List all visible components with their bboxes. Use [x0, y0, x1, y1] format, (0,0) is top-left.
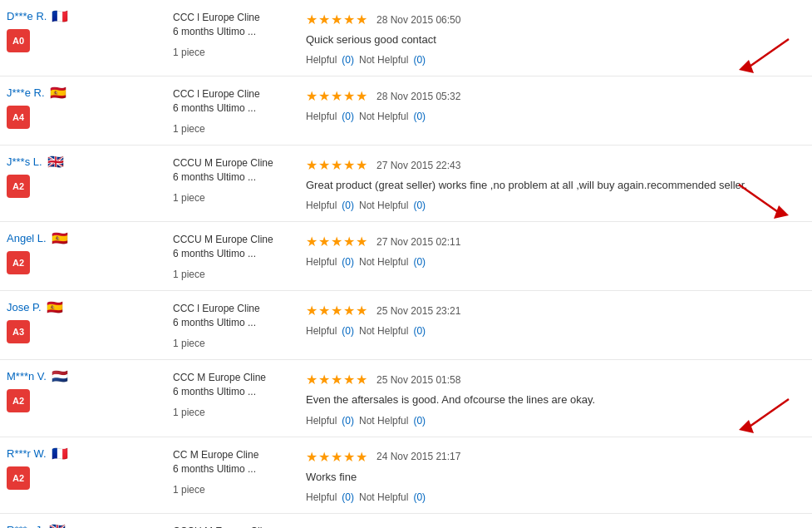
review-content: ★★★★★ 27 Nov 2015 22:43 Great product (g… [306, 155, 805, 211]
helpful-row: Helpful (0) Not Helpful (0) [306, 491, 805, 503]
helpful-row: Helpful (0) Not Helpful (0) [306, 200, 805, 211]
flag-icon: 🇪🇸 [52, 233, 68, 244]
reviewer-info: Jose P. 🇪🇸 A3 [7, 301, 173, 349]
review-content: ★★★★★ 25 Nov 2015 23:21 Helpful (0) Not … [306, 301, 805, 349]
reviewer-info: Angel L. 🇪🇸 A2 [7, 232, 173, 280]
avatar-badge: A0 [7, 29, 30, 52]
stars-date-row: ★★★★★ 25 Nov 2015 01:58 [306, 372, 805, 387]
reviewer-name-row: Jose P. 🇪🇸 [7, 301, 173, 313]
not-helpful-label: Not Helpful [359, 415, 408, 427]
reviewer-name-row: J***e R. 🇪🇸 [7, 86, 173, 99]
star-rating: ★★★★★ [306, 12, 368, 27]
review-row: R***y J. 🇬🇧 A0 CCCU M Europe Cline 6 mon… [0, 514, 812, 528]
stars-date-row: ★★★★★ 25 Nov 2015 23:21 [306, 303, 805, 318]
stars-date-row: ★★★★★ 27 Nov 2015 02:11 [306, 234, 805, 249]
helpful-label: Helpful [306, 54, 337, 66]
helpful-count[interactable]: (0) [342, 54, 354, 66]
stars-date-row: ★★★★★ 27 Nov 2015 22:43 [306, 157, 805, 173]
avatar-badge: A2 [7, 466, 30, 490]
flag-icon: 🇫🇷 [52, 11, 68, 22]
helpful-label: Helpful [306, 325, 337, 337]
helpful-count[interactable]: (0) [342, 325, 354, 337]
not-helpful-label: Not Helpful [359, 111, 408, 122]
helpful-count[interactable]: (0) [342, 200, 354, 211]
review-text: Works fine [306, 470, 805, 485]
product-info: CCC l Europe Cline 6 months Ultimo ... 1… [173, 10, 306, 66]
not-helpful-count[interactable]: (0) [413, 200, 426, 211]
reviewer-name-row: R***y J. 🇬🇧 [7, 524, 173, 528]
review-row: Angel L. 🇪🇸 A2 CCCU M Europe Cline 6 mon… [0, 222, 812, 291]
star-rating: ★★★★★ [306, 88, 368, 104]
product-name: CCC M Europe Cline [173, 372, 306, 383]
star-rating: ★★★★★ [306, 234, 368, 249]
not-helpful-count[interactable]: (0) [413, 256, 426, 268]
product-name: CCC l Europe Cline [173, 88, 306, 100]
helpful-row: Helpful (0) Not Helpful (0) [306, 325, 805, 337]
flag-icon: 🇳🇱 [52, 371, 68, 382]
reviewer-name: J***e R. [7, 86, 45, 99]
avatar-badge: A2 [7, 389, 30, 412]
helpful-label: Helpful [306, 256, 337, 268]
not-helpful-count[interactable]: (0) [413, 415, 426, 427]
review-row: R***r W. 🇫🇷 A2 CC M Europe Cline 6 month… [0, 437, 812, 514]
helpful-count[interactable]: (0) [342, 111, 354, 122]
star-rating: ★★★★★ [306, 157, 368, 173]
review-content: ★★★★★ 28 Nov 2015 05:32 Helpful (0) Not … [306, 86, 805, 135]
not-helpful-count[interactable]: (0) [413, 325, 426, 337]
quantity: 1 piece [173, 192, 306, 204]
review-content: ★★★★★ 27 Nov 2015 02:11 Helpful (0) Not … [306, 232, 805, 280]
review-text: Even the aftersales is good. And ofcours… [306, 392, 805, 407]
review-date: 25 Nov 2015 23:21 [376, 305, 460, 317]
product-line2: 6 months Ultimo ... [173, 248, 306, 259]
helpful-row: Helpful (0) Not Helpful (0) [306, 415, 805, 427]
star-rating: ★★★★★ [306, 372, 368, 387]
product-line2: 6 months Ultimo ... [173, 171, 306, 183]
not-helpful-count[interactable]: (0) [413, 111, 426, 122]
helpful-count[interactable]: (0) [342, 256, 354, 268]
reviewer-name: R***r W. [7, 447, 47, 460]
product-info: CCCU M Europe Cline 6 months Ultimo ... … [173, 155, 306, 211]
avatar-badge: A3 [7, 320, 30, 343]
helpful-count[interactable]: (0) [342, 491, 354, 503]
reviewer-info: J***e R. 🇪🇸 A4 [7, 86, 173, 135]
reviewer-info: D***e R. 🇫🇷 A0 [7, 10, 173, 66]
review-date: 27 Nov 2015 02:11 [376, 236, 460, 248]
helpful-count[interactable]: (0) [342, 415, 354, 427]
not-helpful-count[interactable]: (0) [413, 491, 426, 503]
not-helpful-count[interactable]: (0) [413, 54, 426, 66]
reviewer-info: M***n V. 🇳🇱 A2 [7, 370, 173, 426]
quantity: 1 piece [173, 484, 306, 496]
reviewer-name: Angel L. [7, 232, 47, 244]
reviewer-name: M***n V. [7, 370, 47, 382]
product-info: CCCU M Europe Cline 6 months Ultimo ... … [173, 232, 306, 280]
reviewer-name: Jose P. [7, 301, 42, 313]
reviewer-name: D***e R. [7, 10, 47, 22]
avatar-badge: A2 [7, 251, 30, 274]
review-text: Great product (great seller) works fine … [306, 178, 805, 193]
review-row: D***e R. 🇫🇷 A0 CCC l Europe Cline 6 mont… [0, 0, 812, 76]
helpful-label: Helpful [306, 111, 337, 122]
review-row: Jose P. 🇪🇸 A3 CCC l Europe Cline 6 month… [0, 291, 812, 360]
review-date: 25 Nov 2015 01:58 [376, 374, 460, 386]
avatar-badge: A2 [7, 175, 30, 198]
reviewer-name-row: M***n V. 🇳🇱 [7, 370, 173, 382]
not-helpful-label: Not Helpful [359, 256, 408, 268]
reviewer-name-row: Angel L. 🇪🇸 [7, 232, 173, 244]
quantity: 1 piece [173, 123, 306, 135]
not-helpful-label: Not Helpful [359, 325, 408, 337]
product-info: CCCU M Europe Cline 6 months Ultimo ... … [173, 524, 306, 528]
reviewer-info: R***r W. 🇫🇷 A2 [7, 447, 173, 503]
flag-icon: 🇬🇧 [49, 525, 66, 528]
quantity: 1 piece [173, 269, 306, 280]
review-text: Quick serious good contact [306, 32, 805, 47]
product-info: CCC l Europe Cline 6 months Ultimo ... 1… [173, 301, 306, 349]
star-rating: ★★★★★ [306, 449, 368, 465]
product-name: CC M Europe Cline [173, 449, 306, 461]
review-row: M***n V. 🇳🇱 A2 CCC M Europe Cline 6 mont… [0, 360, 812, 437]
flag-icon: 🇬🇧 [47, 156, 64, 167]
reviewer-name-row: R***r W. 🇫🇷 [7, 447, 173, 460]
review-content: ★★★★★ 24 Nov 2015 21:17 Great seller hig… [306, 524, 805, 528]
review-date: 28 Nov 2015 06:50 [376, 14, 460, 26]
helpful-label: Helpful [306, 491, 337, 503]
product-name: CCCU M Europe Cline [173, 157, 306, 169]
